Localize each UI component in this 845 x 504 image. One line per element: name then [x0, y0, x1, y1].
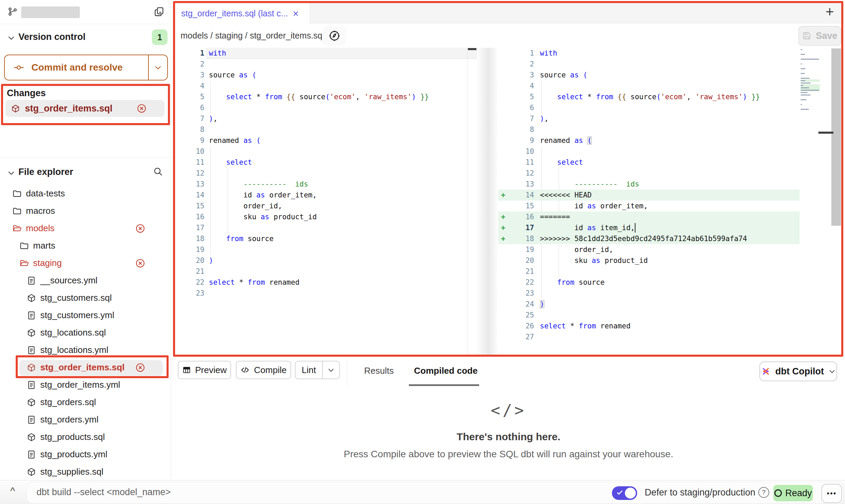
code-line-11[interactable]: 11 select: [498, 157, 800, 168]
code-text[interactable]: renamed as (: [206, 135, 477, 146]
code-line-27[interactable]: 27: [498, 331, 800, 342]
code-line-12[interactable]: 12: [498, 168, 800, 179]
code-line-4[interactable]: 4: [175, 80, 477, 91]
code-text[interactable]: [535, 80, 800, 91]
code-text[interactable]: [206, 288, 477, 299]
file-tree-item-data-tests[interactable]: data-tests: [0, 186, 171, 202]
code-text[interactable]: id as order_item,: [206, 190, 477, 201]
code-line-3[interactable]: 3source as (: [498, 70, 800, 80]
code-line-17[interactable]: 17: [175, 222, 477, 233]
code-text[interactable]: ): [206, 255, 477, 266]
code-line-18[interactable]: 18 from source: [175, 233, 477, 244]
code-text[interactable]: select * from {{ source('ecom', 'raw_ite…: [535, 91, 800, 102]
code-line-2[interactable]: 2: [175, 59, 477, 70]
code-text[interactable]: ),: [206, 113, 477, 124]
file-tree-item--sources-yml[interactable]: __sources.yml: [0, 272, 171, 289]
code-text[interactable]: [535, 310, 800, 321]
code-text[interactable]: >>>>>>> 58c1dd23d5eebd9cd2495fa7124ab61b…: [535, 233, 800, 244]
code-text[interactable]: [535, 59, 800, 70]
code-line-19[interactable]: 19 order_id,: [498, 244, 800, 255]
file-tree-item-stg-customers-sql[interactable]: stg_customers.sql: [0, 290, 171, 306]
code-text[interactable]: select: [535, 157, 800, 168]
defer-toggle[interactable]: [612, 486, 637, 500]
results-tab[interactable]: Results: [364, 366, 394, 376]
discard-change-icon[interactable]: [135, 362, 145, 373]
code-text[interactable]: source as (: [535, 70, 800, 80]
code-line-3[interactable]: 3source as (: [175, 70, 477, 80]
command-input[interactable]: dbt build --select <model_name> Defer to…: [27, 482, 844, 504]
code-text[interactable]: <<<<<<< HEAD: [535, 190, 800, 201]
copy-files-icon[interactable]: [154, 6, 164, 17]
code-text[interactable]: ): [535, 299, 800, 310]
compile-button[interactable]: Compile: [236, 361, 291, 379]
file-tree-item-stg-order-items-yml[interactable]: stg_order_items.yml: [0, 377, 171, 393]
code-text[interactable]: id as order_item,: [535, 201, 800, 211]
preview-button[interactable]: Preview: [178, 361, 231, 379]
changes-file-item[interactable]: stg_order_items.sql: [5, 100, 164, 117]
code-text[interactable]: [535, 331, 800, 342]
file-tree-item-stg-order-items-sql[interactable]: stg_order_items.sql: [0, 359, 171, 376]
file-tree-item-marts[interactable]: marts: [0, 238, 171, 254]
code-text[interactable]: sku as product_id: [206, 211, 477, 222]
commit-dropdown-chevron[interactable]: [149, 63, 167, 72]
help-icon[interactable]: ?: [758, 487, 769, 498]
file-tree-item-stg-locations-sql[interactable]: stg_locations.sql: [0, 325, 171, 341]
code-line-8[interactable]: 8: [498, 124, 800, 135]
file-tree-item-models[interactable]: models: [0, 220, 171, 237]
commit-and-resolve-button[interactable]: Commit and resolve: [4, 55, 168, 80]
code-line-2[interactable]: 2: [498, 59, 800, 70]
code-text[interactable]: order_id,: [206, 201, 477, 211]
code-text[interactable]: select * from renamed: [535, 321, 800, 331]
more-options-button[interactable]: •••: [821, 484, 842, 503]
code-text[interactable]: select * from {{ source('ecom', 'raw_ite…: [206, 91, 477, 102]
code-text[interactable]: [206, 168, 477, 179]
code-pane-conflict[interactable]: 1with23source as (45 select * from {{ so…: [498, 48, 800, 342]
version-control-section-header[interactable]: Version control 1: [0, 29, 171, 48]
code-line-20[interactable]: 20): [175, 255, 477, 266]
code-pane-original[interactable]: 1with23source as (45 select * from {{ so…: [175, 48, 477, 299]
code-line-14[interactable]: +14<<<<<<< HEAD: [498, 190, 800, 201]
dbt-copilot-button[interactable]: dbt Copilot: [759, 361, 837, 381]
tab-stg-order-items[interactable]: stg_order_items.sql (last c... ×: [173, 3, 310, 24]
code-line-19[interactable]: 19: [175, 244, 477, 255]
code-text[interactable]: [535, 146, 800, 157]
code-text[interactable]: [535, 124, 800, 135]
discard-change-icon[interactable]: [135, 258, 145, 268]
file-tree-item-staging[interactable]: staging: [0, 255, 171, 271]
code-line-22[interactable]: 22select * from renamed: [175, 277, 477, 288]
code-text[interactable]: sku as product_id: [535, 255, 800, 266]
left-pane-scrollbar-thumb[interactable]: [468, 48, 476, 50]
code-text[interactable]: from source: [206, 233, 477, 244]
code-text[interactable]: [206, 124, 477, 135]
code-text[interactable]: [535, 168, 800, 179]
discard-change-icon[interactable]: [137, 103, 147, 114]
code-text[interactable]: from source: [535, 277, 800, 288]
code-line-25[interactable]: 25: [498, 310, 800, 321]
file-explorer-section-header[interactable]: File explorer: [0, 164, 171, 183]
code-line-1[interactable]: 1with: [175, 48, 477, 59]
code-line-1[interactable]: 1with: [498, 48, 800, 59]
code-text[interactable]: source as (: [206, 70, 477, 80]
editor-scrollbar-thumb[interactable]: [831, 48, 841, 226]
code-line-4[interactable]: 4: [498, 80, 800, 91]
code-text[interactable]: with: [206, 48, 477, 59]
search-icon[interactable]: [153, 166, 163, 177]
file-tree-item-macros[interactable]: macros: [0, 203, 171, 219]
file-tree-item-stg-locations-yml[interactable]: stg_locations.yml: [0, 342, 171, 358]
code-line-6[interactable]: 6: [175, 102, 477, 113]
code-text[interactable]: [206, 222, 477, 233]
code-line-23[interactable]: 23: [498, 288, 800, 299]
code-line-5[interactable]: 5 select * from {{ source('ecom', 'raw_i…: [175, 91, 477, 102]
code-line-14[interactable]: 14 id as order_item,: [175, 190, 477, 201]
code-text[interactable]: select: [206, 157, 477, 168]
code-line-7[interactable]: 7),: [498, 113, 800, 124]
code-line-18[interactable]: +18>>>>>>> 58c1dd23d5eebd9cd2495fa7124ab…: [498, 233, 800, 244]
code-text[interactable]: [535, 102, 800, 113]
code-text[interactable]: ),: [535, 113, 800, 124]
file-tree-item-stg-orders-sql[interactable]: stg_orders.sql: [0, 394, 171, 411]
code-line-13[interactable]: 13 ---------- ids: [498, 179, 800, 190]
code-text[interactable]: [206, 102, 477, 113]
code-line-23[interactable]: 23: [175, 288, 477, 299]
code-line-17[interactable]: +17 id as item_id,: [498, 222, 800, 233]
code-line-21[interactable]: 21: [498, 266, 800, 277]
